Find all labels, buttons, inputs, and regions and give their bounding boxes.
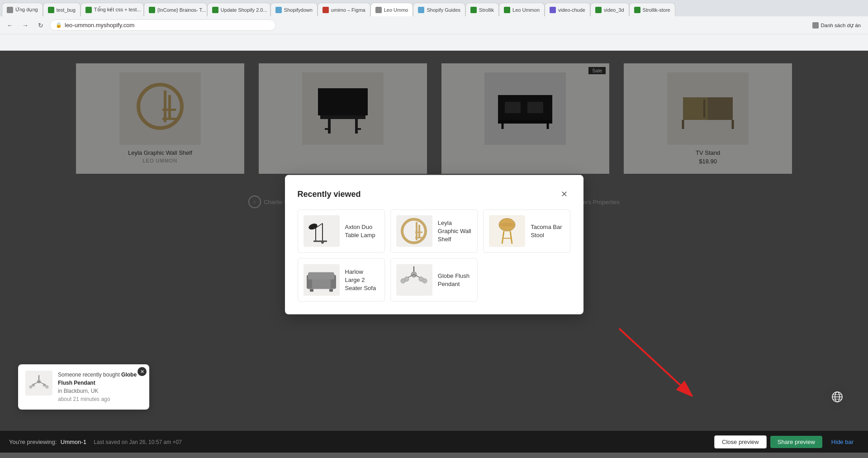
- modal-product-name-4: Globe Flush Pendant: [438, 272, 472, 288]
- globe-icon: [831, 391, 844, 403]
- save-info: Last saved on Jan 26, 10:57 am +07: [94, 439, 181, 445]
- bookmark-favicon: [812, 22, 819, 29]
- modal-product-name-1: Leyla Graphic Wall Shelf: [438, 219, 472, 243]
- tab-label: {InCome} Brainos- T...: [157, 7, 206, 13]
- svg-point-28: [402, 219, 426, 243]
- svg-point-66: [29, 385, 32, 388]
- product-thumb-shelf: [396, 215, 432, 247]
- tab-label: Leo Ummon: [512, 7, 540, 13]
- tab-favicon: [85, 7, 92, 13]
- svg-rect-32: [415, 231, 422, 233]
- tab-label: Leo Ummo: [384, 7, 408, 13]
- tab-favicon: [504, 7, 510, 13]
- tab-label: Ứng dụng: [15, 7, 38, 13]
- forward-button[interactable]: →: [19, 19, 32, 32]
- tab-shopify-guides[interactable]: Shopify Guides: [413, 3, 465, 16]
- svg-rect-26: [313, 240, 327, 242]
- tab-label: umimo – Figma: [331, 7, 365, 13]
- sofa-image: [304, 267, 338, 292]
- tab-label: Strollik: [479, 7, 494, 13]
- tab-favicon: [323, 7, 329, 13]
- notif-location: in Blackburn, UK: [58, 388, 98, 394]
- modal-product-name-3: Harlow Large 2 Seater Sofa: [345, 267, 379, 292]
- svg-rect-41: [329, 289, 333, 291]
- share-preview-button[interactable]: Share preview: [770, 436, 822, 448]
- tab-label: video_3d: [604, 7, 624, 13]
- modal-product-item-3[interactable]: Harlow Large 2 Seater Sofa: [298, 258, 385, 302]
- modal-product-item-2[interactable]: Tacoma Bar Stool: [483, 210, 570, 253]
- tab-favicon: [212, 7, 218, 13]
- tab-label: test_bug: [57, 7, 76, 13]
- tab-update-shopify[interactable]: Update Shopify 2.0...: [207, 3, 270, 16]
- tab-label: Tổng kết css + test...: [94, 7, 141, 13]
- previewing-label: You're previewing:: [9, 439, 57, 445]
- svg-rect-31: [415, 237, 422, 238]
- notification-close-button[interactable]: ✕: [138, 367, 147, 376]
- svg-rect-40: [310, 289, 313, 291]
- bookmark-toolbar: [0, 34, 868, 51]
- recently-viewed-modal: Recently viewed ✕ Axton Duo Table Lamp: [285, 175, 583, 315]
- tab-label: Update Shopify 2.0...: [221, 7, 267, 13]
- tab-favicon: [375, 7, 382, 13]
- address-bar[interactable]: 🔒 leo-ummon.myshopify.com: [50, 19, 276, 31]
- notification-text: Someone recently bought Globe Flush Pend…: [58, 371, 142, 403]
- tab-shopifydown[interactable]: Shopifydown: [270, 3, 318, 16]
- preview-actions: Close preview Share preview Hide bar: [714, 435, 859, 448]
- tab-favicon: [7, 7, 13, 13]
- tab-income[interactable]: {InCome} Brainos- T...: [144, 3, 207, 16]
- tab-strollik-store[interactable]: Strollik-store: [629, 3, 675, 16]
- modal-product-item-0[interactable]: Axton Duo Table Lamp: [298, 210, 385, 253]
- tab-video-3d[interactable]: video_3d: [590, 3, 629, 16]
- reload-button[interactable]: ↻: [34, 19, 47, 32]
- tab-video-chude[interactable]: video-chude: [545, 3, 590, 16]
- hide-bar-button[interactable]: Hide bar: [826, 436, 859, 448]
- svg-point-27: [321, 241, 324, 243]
- notif-thumb-image: [29, 374, 49, 392]
- svg-rect-39: [308, 272, 334, 279]
- modal-product-grid: Axton Duo Table Lamp Leyla Graphic Wall …: [298, 210, 571, 302]
- tab-tong-ket[interactable]: Tổng kết css + test...: [81, 3, 144, 16]
- tab-apps[interactable]: Ứng dụng: [2, 3, 43, 16]
- tab-favicon: [550, 7, 556, 13]
- tab-favicon: [634, 7, 640, 13]
- pendant-image: [399, 265, 429, 295]
- notif-time: about 21 minutes ago: [58, 396, 110, 402]
- tab-favicon: [418, 7, 424, 13]
- product-thumb-stool: [489, 215, 525, 247]
- tab-umimo-figma[interactable]: umimo – Figma: [318, 3, 370, 16]
- stool-image: [495, 216, 520, 246]
- tab-favicon: [595, 7, 602, 13]
- notification-product-thumb: [25, 371, 52, 396]
- preview-info: You're previewing: Ummon-1 Last saved on…: [9, 438, 182, 446]
- close-preview-button[interactable]: Close preview: [714, 435, 767, 448]
- modal-close-button[interactable]: ✕: [558, 188, 571, 200]
- modal-product-name-0: Axton Duo Table Lamp: [345, 223, 379, 239]
- tab-strollik[interactable]: Strollik: [465, 3, 499, 16]
- tab-label: Strollik-store: [643, 7, 670, 13]
- modal-title: Recently viewed: [298, 189, 361, 199]
- globe-button[interactable]: [825, 384, 850, 410]
- svg-point-51: [422, 278, 427, 283]
- product-thumb-sofa: [304, 264, 340, 296]
- bookmark-label: Danh sách dự án: [821, 22, 861, 29]
- tab-favicon: [275, 7, 282, 13]
- tab-favicon: [48, 7, 54, 13]
- svg-point-68: [45, 385, 48, 388]
- bookmark-danh-sach[interactable]: Danh sách dự án: [809, 21, 864, 30]
- tab-favicon: [470, 7, 477, 13]
- tab-leo-ummo[interactable]: Leo Ummo: [370, 3, 413, 16]
- svg-point-43: [411, 272, 417, 277]
- tab-test-bug[interactable]: test_bug: [43, 3, 81, 16]
- back-button[interactable]: ←: [4, 19, 16, 32]
- tab-label: Shopify Guides: [427, 7, 460, 13]
- notif-prefix: Someone recently bought: [58, 372, 121, 378]
- tab-label: video-chude: [558, 7, 585, 13]
- modal-product-item-4[interactable]: Globe Flush Pendant: [390, 258, 478, 302]
- main-content: Leyla Graphic Wall Shelf LEO UMMON: [0, 51, 868, 453]
- notification-popup: ✕ Someone recently bought Globe Flush Pe…: [18, 364, 149, 410]
- lock-icon: 🔒: [56, 22, 62, 28]
- modal-product-item-1[interactable]: Leyla Graphic Wall Shelf: [390, 210, 478, 253]
- svg-rect-30: [418, 224, 420, 237]
- tab-favicon: [149, 7, 155, 13]
- tab-leo-ummon[interactable]: Leo Ummon: [499, 3, 545, 16]
